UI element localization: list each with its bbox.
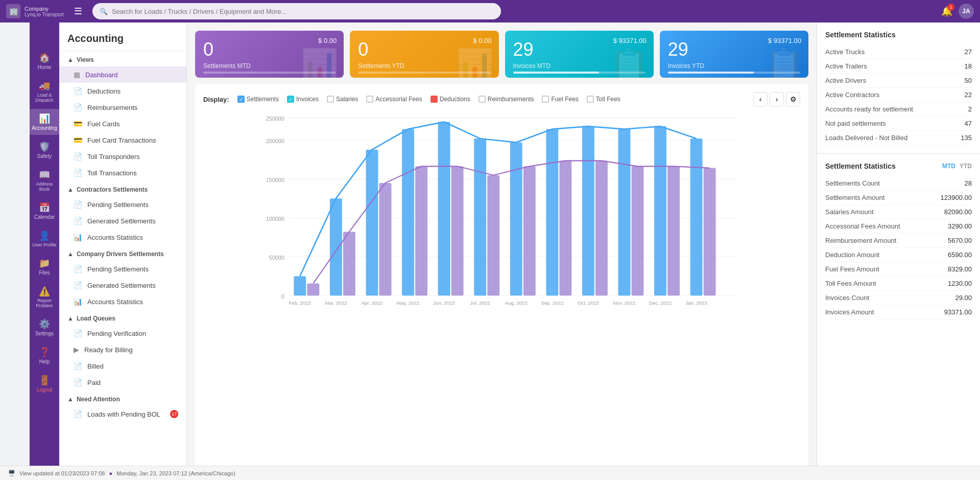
need-attention-group-header[interactable]: ▲ Need Attention [59,391,186,406]
bar-blue-0 [294,276,306,295]
tab-mtd[interactable]: MTD [942,163,955,170]
hamburger-menu[interactable]: ☰ [74,6,82,17]
stats-row-active-trailers: Active Trailers 18 [825,59,972,74]
chart-container: 0 50000 100000 150000 200000 250000 [203,112,800,307]
sidebar-item-toll-transponders[interactable]: 📄 Toll Transponders [59,148,186,165]
nav-item-help[interactable]: ❓ Help [30,342,59,369]
filter-invoices[interactable]: ✓ Invoices [287,96,319,103]
filter-reimbursements[interactable]: Reimbursements [479,96,534,103]
stat-card-settlements-ytd: $ 0.00 0 Settlements YTD 📊 [350,31,498,78]
nav-item-safety[interactable]: 🛡️ Safety [30,137,59,163]
nav-item-accounting[interactable]: 📊 Accounting [30,109,59,135]
sidebar-item-dashboard[interactable]: ▦ Dashboard [59,66,186,83]
sidebar-item-accounts-statistics-d[interactable]: 📊 Accounts Statistics [59,293,186,310]
company-drivers-group-header[interactable]: ▲ Company Drivers Settlements [59,245,186,261]
nav-item-home[interactable]: 🏠 Home [30,48,59,74]
filter-deductions[interactable]: Deductions [431,96,470,103]
nav-label-help: Help [39,359,50,364]
sidebar-item-pending-settlements-c[interactable]: 📄 Pending Settlements [59,196,186,213]
invoices-amount-label: Invoices Amount [825,308,874,316]
stats-row-reimbursement-amount: Reimbursement Amount 5670.00 [825,234,972,248]
pending-verification-icon: 📄 [74,329,82,337]
company-info: Company Lynq.io Transport [25,6,64,17]
accessorial-fees-amount-label: Accessorial Fees Amount [825,222,900,230]
accounts-ready-label: Accounts ready for settlement [825,105,913,113]
nav-item-files[interactable]: 📁 Files [30,254,59,280]
sidebar-item-reimbursements[interactable]: 📄 Reimbursements [59,99,186,116]
settlements-ytd-amount: $ 0.00 [473,37,491,44]
stats-tab-group: MTD YTD [942,163,972,170]
toll-fees-amount-value: 1230.00 [948,280,972,287]
filter-deductions-checkbox[interactable] [431,96,438,103]
view-updated-text: View updated at 01/23/2023 07:08 [19,470,105,476]
view-updated-icon: 🖥️ [8,470,15,476]
filter-settlements-checkbox[interactable]: ✓ [237,96,245,103]
nav-item-user-profile[interactable]: 👤 User Profile [30,226,59,252]
sidebar: Accounting ▲ Views ▦ Dashboard 📄 Deducti… [59,22,187,480]
nav-item-logout[interactable]: 🚪 Logout [30,371,59,397]
filter-toll-fees-checkbox[interactable] [587,96,594,103]
paid-icon: 📄 [74,378,82,386]
filter-salaries-checkbox[interactable] [327,96,334,103]
filter-settlements[interactable]: ✓ Settlements [237,96,279,103]
chart-settings-button[interactable]: ⚙ [786,92,800,106]
load-queues-group-label: Load Queues [77,315,115,322]
settlements-count-label: Settlements Count [825,179,880,187]
sidebar-item-label-fuel-cards: Fuel Cards [87,120,120,128]
sidebar-item-deductions[interactable]: 📄 Deductions [59,83,186,99]
contractors-group-header[interactable]: ▲ Contractors Settlements [59,181,186,196]
nav-label-files: Files [39,270,50,276]
sidebar-item-ready-for-billing[interactable]: ▶ Ready for Billing [59,341,186,358]
nav-item-settings[interactable]: ⚙️ Settings [30,314,59,340]
sidebar-item-generated-settlements-c[interactable]: 📄 Generated Settlements [59,213,186,229]
nav-item-load-dispatch[interactable]: 🚚 Load &Dispatch [30,76,59,107]
filter-toll-fees[interactable]: Toll Fees [587,96,620,103]
sidebar-item-pending-verification[interactable]: 📄 Pending Verification [59,325,186,341]
filter-accessorial-fees-checkbox[interactable] [366,96,373,103]
user-avatar[interactable]: JA [959,4,974,19]
toll-fees-amount-label: Toll Fees Amount [825,280,876,287]
filter-invoices-checkbox[interactable]: ✓ [287,96,294,103]
sidebar-item-label-generated-settlements-d: Generated Settlements [87,282,156,289]
sidebar-item-label-generated-settlements-c: Generated Settlements [87,217,156,225]
fuel-fees-amount-label: Fuel Fees Amount [825,265,879,273]
sidebar-item-accounts-statistics-c[interactable]: 📊 Accounts Statistics [59,229,186,245]
svg-text:Nov, 2022: Nov, 2022 [613,300,636,306]
filter-salaries[interactable]: Salaries [327,96,358,103]
filter-fuel-fees[interactable]: Fuel Fees [542,96,578,103]
active-trailers-label: Active Trailers [825,62,867,70]
sidebar-item-label-dashboard: Dashboard [85,71,118,79]
toll-transactions-icon: 📄 [74,169,82,177]
sidebar-item-generated-settlements-d[interactable]: 📄 Generated Settlements [59,277,186,293]
sidebar-item-billed[interactable]: 📄 Billed [59,358,186,374]
nav-label-home: Home [38,64,52,70]
chart-next-button[interactable]: › [770,92,784,106]
sidebar-item-fuel-card-transactions[interactable]: 💳 Fuel Card Transactions [59,132,186,148]
sidebar-item-paid[interactable]: 📄 Paid [59,374,186,391]
svg-text:200000: 200000 [266,138,284,144]
load-queues-group-header[interactable]: ▲ Load Queues [59,310,186,325]
tab-ytd[interactable]: YTD [960,163,972,170]
notification-button[interactable]: 🔔 1 [941,6,952,17]
search-bar[interactable]: 🔍 [92,3,501,19]
search-input[interactable] [112,8,494,15]
pending-settlements-c-icon: 📄 [74,200,82,209]
chart-prev-button[interactable]: ‹ [753,92,768,106]
nav-item-address-book[interactable]: 📖 AddressBook [30,165,59,196]
filter-accessorial-fees[interactable]: Accessorial Fees [366,96,422,103]
sidebar-item-fuel-cards[interactable]: 💳 Fuel Cards [59,116,186,132]
bar-purple-9 [632,166,644,295]
bar-purple-8 [595,161,608,295]
sidebar-item-loads-pending-bol[interactable]: 📄 Loads with Pending BOL 17 [59,406,186,422]
fuel-cards-icon: 💳 [74,120,82,128]
sidebar-item-toll-transactions[interactable]: 📄 Toll Transactions [59,165,186,181]
nav-item-report-problem[interactable]: ⚠️ Report Problem [30,282,59,312]
sidebar-item-pending-settlements-d[interactable]: 📄 Pending Settlements [59,261,186,277]
svg-text:Dec, 2022: Dec, 2022 [649,300,672,306]
nav-item-calendar[interactable]: 📅 Calendar [30,198,59,224]
company-drivers-group-label: Company Drivers Settlements [77,250,164,258]
bar-purple-11 [704,168,716,296]
views-group-header[interactable]: ▲ Views [59,51,186,66]
filter-reimbursements-checkbox[interactable] [479,96,486,103]
filter-fuel-fees-checkbox[interactable] [542,96,549,103]
